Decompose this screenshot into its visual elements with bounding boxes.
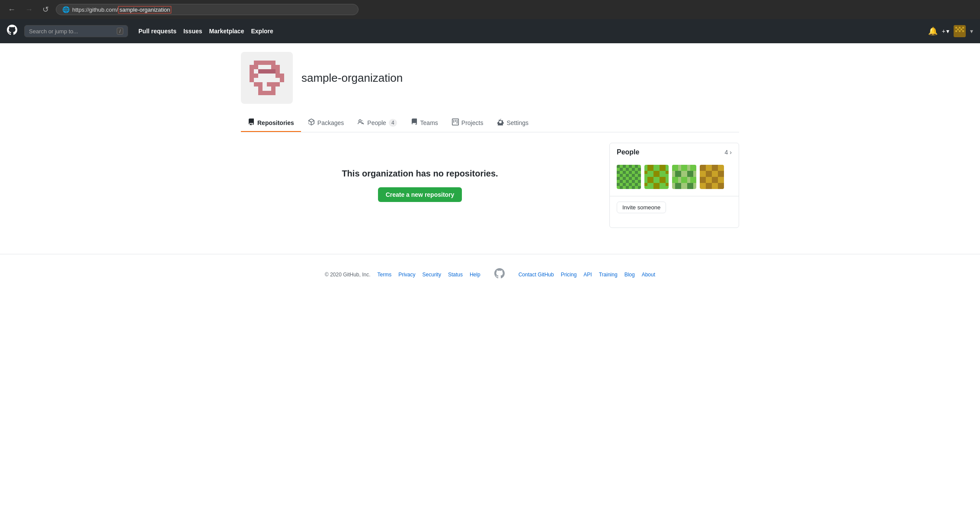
org-tabs: Repositories Packages People 4 (241, 114, 739, 132)
nav-marketplace[interactable]: Marketplace (209, 28, 244, 35)
svg-rect-38 (258, 91, 263, 95)
tab-repositories[interactable]: Repositories (241, 114, 301, 132)
footer-link-security[interactable]: Security (423, 272, 441, 278)
new-item-button[interactable]: + ▾ (942, 28, 949, 35)
forward-button[interactable]: → (22, 4, 35, 15)
repositories-panel: This organization has no repositories. C… (241, 143, 599, 228)
package-icon (308, 119, 315, 127)
svg-rect-47 (620, 168, 623, 171)
footer-link-terms[interactable]: Terms (378, 272, 392, 278)
footer-github-logo (494, 268, 505, 281)
footer-link-about[interactable]: About (642, 272, 655, 278)
footer-link-blog[interactable]: Blog (625, 272, 635, 278)
footer-link-privacy[interactable]: Privacy (398, 272, 415, 278)
people-sidebar: People 4 › (609, 143, 739, 228)
github-navbar: Search or jump to... / Pull requests Iss… (0, 19, 980, 43)
svg-rect-87 (672, 165, 678, 171)
member-avatar-2[interactable] (644, 165, 669, 189)
people-sidebar-header: People 4 › (610, 143, 739, 161)
avatar-chevron[interactable]: ▾ (970, 28, 973, 35)
svg-rect-88 (681, 165, 687, 171)
tab-people[interactable]: People 4 (351, 114, 404, 132)
github-logo[interactable] (7, 25, 17, 38)
svg-rect-45 (629, 165, 632, 168)
footer-link-api[interactable]: API (583, 272, 592, 278)
svg-rect-64 (626, 180, 629, 183)
create-repo-button[interactable]: Create a new repository (378, 187, 462, 202)
svg-rect-83 (644, 183, 647, 186)
svg-rect-52 (623, 171, 626, 174)
nav-explore[interactable]: Explore (251, 28, 273, 35)
svg-rect-82 (660, 177, 666, 183)
svg-rect-85 (666, 183, 669, 186)
search-input[interactable]: Search or jump to... / (24, 25, 128, 37)
member-avatar-1[interactable] (617, 165, 641, 189)
notifications-bell[interactable]: 🔔 (928, 26, 938, 36)
svg-rect-59 (617, 177, 620, 180)
tab-packages[interactable]: Packages (301, 114, 351, 132)
svg-rect-60 (623, 177, 626, 180)
footer-link-contact[interactable]: Contact GitHub (519, 272, 554, 278)
footer-link-status[interactable]: Status (448, 272, 463, 278)
org-name: sample-organization (301, 71, 403, 85)
people-count-link[interactable]: 4 › (725, 149, 732, 156)
svg-rect-65 (632, 180, 635, 183)
member-avatar-3[interactable] (672, 165, 696, 189)
people-sidebar-title: People (617, 148, 639, 156)
svg-rect-14 (271, 61, 275, 65)
svg-rect-105 (718, 183, 724, 189)
footer-link-pricing[interactable]: Pricing (561, 272, 577, 278)
nav-links: Pull requests Issues Marketplace Explore (138, 28, 273, 35)
svg-rect-56 (626, 174, 629, 177)
user-avatar[interactable] (954, 25, 966, 37)
repo-icon (248, 119, 255, 127)
people-avatars (610, 161, 739, 196)
svg-rect-30 (280, 78, 284, 82)
svg-rect-70 (635, 183, 638, 186)
svg-rect-55 (620, 174, 623, 177)
svg-rect-12 (263, 61, 267, 65)
svg-rect-84 (653, 183, 660, 189)
svg-rect-10 (254, 61, 258, 65)
svg-rect-69 (629, 183, 632, 186)
svg-rect-57 (632, 174, 635, 177)
svg-rect-6 (955, 30, 957, 32)
tab-settings[interactable]: Settings (490, 114, 535, 132)
svg-rect-41 (271, 91, 275, 95)
people-sidebar-footer: Invite someone (610, 196, 739, 218)
nav-issues[interactable]: Issues (183, 28, 202, 35)
svg-rect-2 (959, 27, 961, 29)
people-icon (358, 119, 365, 127)
tab-teams[interactable]: Teams (404, 114, 445, 132)
svg-rect-51 (617, 171, 620, 174)
svg-rect-40 (267, 91, 271, 95)
svg-rect-33 (267, 82, 271, 87)
page-footer: © 2020 GitHub, Inc. Terms Privacy Securi… (0, 254, 980, 295)
footer-link-help[interactable]: Help (470, 272, 480, 278)
svg-rect-21 (263, 69, 267, 74)
footer-link-training[interactable]: Training (599, 272, 618, 278)
svg-rect-104 (706, 183, 712, 189)
address-bar[interactable]: 🌐 https://github.com/sample-organization (56, 4, 359, 15)
svg-rect-95 (675, 183, 681, 189)
back-button[interactable]: ← (5, 4, 18, 15)
invite-someone-button[interactable]: Invite someone (617, 202, 666, 213)
svg-rect-4 (957, 29, 959, 30)
svg-rect-78 (644, 171, 647, 174)
reload-button[interactable]: ↺ (40, 4, 51, 15)
svg-rect-80 (666, 171, 669, 174)
svg-rect-48 (626, 168, 629, 171)
svg-rect-67 (617, 183, 620, 186)
svg-rect-36 (258, 87, 263, 91)
svg-rect-44 (623, 165, 626, 168)
svg-rect-49 (632, 168, 635, 171)
svg-rect-26 (254, 74, 258, 78)
tab-projects[interactable]: Projects (445, 114, 490, 132)
nav-pull-requests[interactable]: Pull requests (138, 28, 176, 35)
member-avatar-4[interactable] (700, 165, 724, 189)
globe-icon: 🌐 (62, 6, 70, 13)
svg-rect-102 (700, 177, 706, 183)
svg-rect-43 (617, 165, 620, 168)
svg-rect-25 (250, 74, 254, 78)
svg-rect-94 (690, 177, 696, 183)
